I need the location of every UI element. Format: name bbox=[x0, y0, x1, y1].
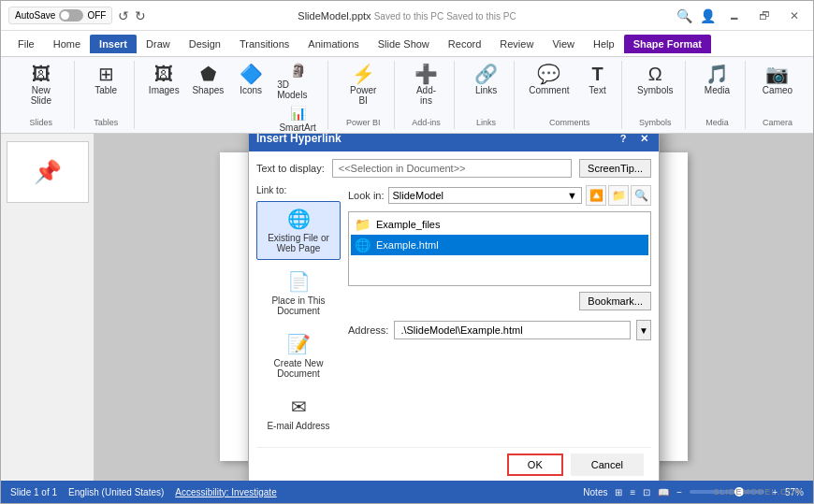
powerbi-items: ⚡ Power BI bbox=[340, 61, 385, 118]
create-new-icon: 📝 bbox=[287, 333, 311, 355]
slide-sorter-btn[interactable]: ⊡ bbox=[643, 487, 650, 497]
search-icon[interactable]: 🔍 bbox=[676, 8, 692, 23]
shapes-label: Shapes bbox=[192, 85, 224, 95]
tab-shape-format[interactable]: Shape Format bbox=[624, 35, 711, 53]
bookmark-button[interactable]: Bookmark... bbox=[579, 292, 651, 310]
3d-icon: 🗿 bbox=[290, 63, 306, 78]
file-item-example-files[interactable]: 📁 Example_files bbox=[351, 214, 648, 235]
up-folder-btn[interactable]: 🔼 bbox=[586, 185, 606, 206]
tab-transitions[interactable]: Transitions bbox=[230, 35, 298, 53]
symbols-icon: Ω bbox=[648, 65, 662, 83]
zoom-minus-btn[interactable]: − bbox=[676, 487, 682, 497]
look-in-select[interactable]: SlideModel ▼ bbox=[388, 187, 582, 204]
3d-models-btn[interactable]: 🗿 3D Models bbox=[273, 61, 322, 102]
tab-design[interactable]: Design bbox=[180, 35, 230, 53]
table-btn[interactable]: ⊞ Table bbox=[87, 61, 124, 99]
powerbi-icon: ⚡ bbox=[352, 65, 375, 83]
share-btn[interactable]: 👤 bbox=[700, 8, 716, 23]
cameo-btn[interactable]: 📷 Cameo bbox=[757, 61, 798, 99]
links-group-label: Links bbox=[476, 118, 496, 129]
table-icon: ⊞ bbox=[98, 65, 114, 83]
symbols-btn[interactable]: Ω Symbols bbox=[632, 61, 678, 99]
3d-label: 3D Models bbox=[277, 79, 318, 100]
autosave-toggle[interactable] bbox=[59, 9, 83, 22]
redo-btn[interactable]: ↻ bbox=[135, 8, 146, 23]
tab-animations[interactable]: Animations bbox=[298, 35, 368, 53]
symbols-label: Symbols bbox=[637, 85, 673, 95]
notes-btn[interactable]: Notes bbox=[583, 487, 607, 497]
new-folder-btn[interactable]: 📁 bbox=[608, 185, 629, 206]
ok-button[interactable]: OK bbox=[507, 454, 563, 476]
new-slide-btn[interactable]: 🖼 New Slide bbox=[16, 61, 66, 109]
close-btn[interactable]: ✕ bbox=[783, 5, 806, 27]
images-label: Images bbox=[149, 85, 180, 95]
smartart-btn[interactable]: 📊 SmartArt bbox=[273, 104, 322, 135]
maximize-btn[interactable]: 🗗 bbox=[753, 5, 776, 27]
text-display-input[interactable] bbox=[332, 159, 572, 178]
view-options-btn[interactable]: 🔍 bbox=[631, 185, 651, 206]
ribbon-group-camera: 📷 Cameo Camera bbox=[749, 61, 806, 129]
file-item-example-html[interactable]: 🌐 Example.html bbox=[351, 235, 648, 255]
link-option-existing[interactable]: 🌐 Existing File or Web Page bbox=[256, 201, 341, 260]
link-option-place[interactable]: 📄 Place in This Document bbox=[256, 264, 341, 323]
tab-file[interactable]: File bbox=[8, 35, 44, 53]
address-input[interactable] bbox=[394, 321, 631, 339]
media-items: 🎵 Media bbox=[698, 61, 735, 118]
normal-view-btn[interactable]: ⊞ bbox=[615, 487, 622, 497]
text-btn[interactable]: T Text bbox=[579, 61, 617, 99]
tab-slideshow[interactable]: Slide Show bbox=[369, 35, 439, 53]
title-bar-left: AutoSave OFF ↺ ↻ bbox=[8, 7, 208, 24]
ribbon-group-media: 🎵 Media Media bbox=[690, 61, 746, 129]
reading-view-btn[interactable]: 📖 bbox=[658, 487, 669, 497]
addins-btn[interactable]: ➕ Add-ins bbox=[406, 61, 446, 109]
tables-group-label: Tables bbox=[94, 118, 118, 129]
undo-btn[interactable]: ↺ bbox=[118, 8, 129, 23]
file-name-example-html: Example.html bbox=[376, 239, 439, 251]
email-label: E-mail Address bbox=[267, 421, 329, 431]
tab-home[interactable]: Home bbox=[44, 35, 90, 53]
screentip-button[interactable]: ScreenTip... bbox=[579, 159, 651, 178]
media-icon: 🎵 bbox=[705, 65, 729, 83]
address-dropdown-btn[interactable]: ▼ bbox=[636, 320, 651, 340]
saved-state-text: Saved to this PC bbox=[446, 11, 516, 22]
tab-insert[interactable]: Insert bbox=[90, 35, 137, 53]
outline-view-btn[interactable]: ≡ bbox=[630, 487, 635, 497]
look-in-label: Look in: bbox=[348, 190, 385, 201]
tab-record[interactable]: Record bbox=[439, 35, 490, 53]
dialog-close-btn[interactable]: ✕ bbox=[636, 134, 651, 146]
dialog-help-btn[interactable]: ? bbox=[616, 134, 631, 146]
tab-help[interactable]: Help bbox=[584, 35, 624, 53]
minimize-btn[interactable]: 🗕 bbox=[723, 5, 746, 27]
images-btn[interactable]: 🖼 Images bbox=[144, 61, 184, 99]
title-bar-right: 🔍 👤 🗕 🗗 ✕ bbox=[606, 5, 806, 27]
ribbon-group-links: 🔗 Links Links bbox=[458, 61, 515, 129]
place-in-doc-icon: 📄 bbox=[287, 270, 311, 293]
camera-group-label: Camera bbox=[763, 118, 792, 129]
cancel-button[interactable]: Cancel bbox=[571, 454, 644, 476]
autosave-area[interactable]: AutoSave OFF bbox=[8, 7, 112, 24]
slide-thumbnail-1[interactable]: 1 📌 bbox=[7, 141, 89, 203]
ribbon-group-comments: 💬 Comment T Text Comments bbox=[518, 61, 621, 129]
ribbon-content: 🖼 New Slide Slides ⊞ Table Tables 🖼 Imag bbox=[1, 57, 813, 134]
comments-items: 💬 Comment T Text bbox=[523, 61, 616, 118]
dialog-body: Text to display: ScreenTip... Link to: 🌐 bbox=[249, 151, 659, 481]
media-btn[interactable]: 🎵 Media bbox=[698, 61, 735, 99]
tab-view[interactable]: View bbox=[543, 35, 584, 53]
saved-state: Saved to this PC bbox=[374, 11, 443, 22]
shapes-btn[interactable]: ⬟ Shapes bbox=[188, 61, 229, 99]
title-bar: AutoSave OFF ↺ ↻ SlideModel.pptx Saved t… bbox=[1, 1, 813, 31]
icons-btn[interactable]: 🔷 Icons bbox=[232, 61, 269, 99]
links-btn[interactable]: 🔗 Links bbox=[468, 61, 505, 99]
link-option-email[interactable]: ✉ E-mail Address bbox=[256, 389, 341, 438]
cameo-label: Cameo bbox=[763, 85, 792, 95]
tab-review[interactable]: Review bbox=[490, 35, 543, 53]
text-display-label: Text to display: bbox=[256, 163, 325, 174]
autosave-state: OFF bbox=[87, 10, 106, 21]
link-option-create[interactable]: 📝 Create New Document bbox=[256, 326, 341, 385]
accessibility-info[interactable]: Accessibility: Investigate bbox=[175, 487, 276, 497]
dialog-footer: OK Cancel bbox=[256, 447, 651, 481]
powerbi-btn[interactable]: ⚡ Power BI bbox=[340, 61, 385, 109]
comment-btn[interactable]: 💬 Comment bbox=[523, 61, 574, 99]
tab-draw[interactable]: Draw bbox=[137, 35, 180, 53]
slides-items: 🖼 New Slide bbox=[16, 61, 66, 118]
